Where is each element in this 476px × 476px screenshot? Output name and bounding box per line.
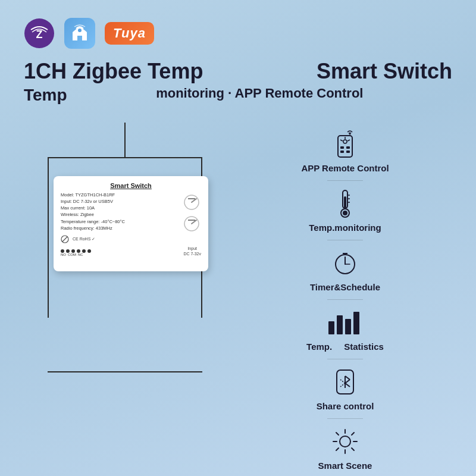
svg-rect-33 xyxy=(328,321,334,334)
content-area: Smart Switch Model: TYZGTH1CH-B1RF Input… xyxy=(24,123,452,471)
device-label: Smart Switch xyxy=(61,182,201,189)
svg-line-41 xyxy=(345,383,350,387)
svg-line-49 xyxy=(336,433,339,435)
svg-rect-35 xyxy=(345,319,351,334)
feature-timer-label: Timer&Schedule xyxy=(310,282,380,292)
device-bottom-row: NOCOMNC Input DC 7-32v xyxy=(61,246,201,256)
certifications: CE RoHS ✓ xyxy=(61,235,178,243)
divider-4 xyxy=(327,359,363,359)
svg-point-20 xyxy=(349,133,351,134)
feature-temp-label: Temp.monitoring xyxy=(309,223,381,233)
divider-5 xyxy=(327,418,363,419)
svg-line-52 xyxy=(336,448,339,450)
svg-rect-16 xyxy=(340,146,344,149)
tuya-logo-icon: Tuya xyxy=(105,22,154,45)
timer-icon xyxy=(330,248,361,278)
subtitle-center: monitoring · APP Remote Control xyxy=(67,86,452,105)
svg-line-51 xyxy=(352,433,354,435)
feature-stats: Temp. Statistics xyxy=(306,307,384,352)
svg-line-42 xyxy=(340,380,345,383)
svg-rect-36 xyxy=(353,312,359,334)
svg-line-4 xyxy=(62,237,67,242)
wire-down-left xyxy=(48,157,49,318)
feature-app-remote-label: APP Remote Control xyxy=(301,163,389,173)
feature-temp-monitoring: Temp.monitoring xyxy=(309,188,381,233)
svg-rect-17 xyxy=(346,146,350,149)
device-specs: Model: TYZGTH1CH-B1RF Input: DC 7-32v or… xyxy=(61,192,178,232)
left-header: 1CH Zigbee Temp xyxy=(24,60,238,83)
feature-stats-labels: Temp. Statistics xyxy=(306,342,384,352)
svg-line-50 xyxy=(352,448,354,450)
features-section: APP Remote Control Temp.monitor xyxy=(238,123,452,471)
svg-rect-34 xyxy=(337,315,343,334)
knob-2-icon xyxy=(182,215,201,232)
svg-line-39 xyxy=(345,376,350,380)
svg-rect-18 xyxy=(340,151,344,153)
title-left: 1CH Zigbee Temp xyxy=(24,60,238,83)
divider-1 xyxy=(327,180,363,181)
terminal-labels: NOCOMNC xyxy=(61,253,91,256)
feature-stats-stat-label: Statistics xyxy=(344,342,384,352)
svg-line-43 xyxy=(340,383,345,387)
tuya-logo-text: Tuya xyxy=(113,26,146,41)
thermometer-icon xyxy=(330,188,361,219)
device-box: Smart Switch Model: TYZGTH1CH-B1RF Input… xyxy=(54,176,208,271)
divider-2 xyxy=(327,240,363,240)
wire-top xyxy=(124,123,126,158)
sun-icon xyxy=(330,426,361,457)
divider-3 xyxy=(327,299,363,300)
prohibition-icon xyxy=(61,235,69,243)
right-header: Smart Switch xyxy=(238,60,452,83)
remote-control-icon xyxy=(330,129,361,159)
cert-text: CE RoHS ✓ xyxy=(73,237,95,242)
svg-point-2 xyxy=(78,29,82,32)
top-logos: Z Tuya xyxy=(24,18,452,49)
svg-rect-22 xyxy=(344,196,346,208)
knob-1-icon xyxy=(182,194,201,211)
svg-text:Z: Z xyxy=(36,29,43,40)
smart-life-logo-icon xyxy=(64,18,95,49)
svg-point-44 xyxy=(340,436,350,447)
bluetooth-icon xyxy=(330,367,361,397)
feature-smart-scene-label: Smart Scene xyxy=(318,461,372,471)
svg-point-24 xyxy=(343,211,347,215)
feature-smart-scene: Smart Scene xyxy=(318,426,372,471)
page-container: Z Tuya 1CH Zigbee Temp Smart Switch Temp xyxy=(0,0,476,476)
svg-line-40 xyxy=(345,380,350,383)
header-row: 1CH Zigbee Temp Smart Switch xyxy=(24,60,452,83)
title-right: Smart Switch xyxy=(238,60,452,83)
feature-app-remote: APP Remote Control xyxy=(301,129,389,173)
wire-horizontal xyxy=(48,157,202,158)
input-label: Input DC 7-32v xyxy=(183,246,201,256)
subtitle-left: Temp xyxy=(24,86,67,105)
stats-icon xyxy=(321,307,369,338)
subtitle-row: Temp monitoring · APP Remote Control xyxy=(24,86,452,105)
feature-stats-temp-label: Temp. xyxy=(306,342,332,352)
svg-rect-19 xyxy=(346,151,350,153)
svg-line-15 xyxy=(347,140,350,141)
feature-timer: Timer&Schedule xyxy=(310,248,380,292)
svg-line-14 xyxy=(340,140,343,141)
feature-share: Share control xyxy=(317,367,374,411)
svg-point-12 xyxy=(343,140,347,143)
wire-diagram: Smart Switch Model: TYZGTH1CH-B1RF Input… xyxy=(36,123,214,372)
zigbee-logo-icon: Z xyxy=(24,18,55,49)
feature-share-label: Share control xyxy=(317,401,374,411)
wire-bottom xyxy=(48,371,202,372)
device-section: Smart Switch Model: TYZGTH1CH-B1RF Input… xyxy=(24,123,226,372)
